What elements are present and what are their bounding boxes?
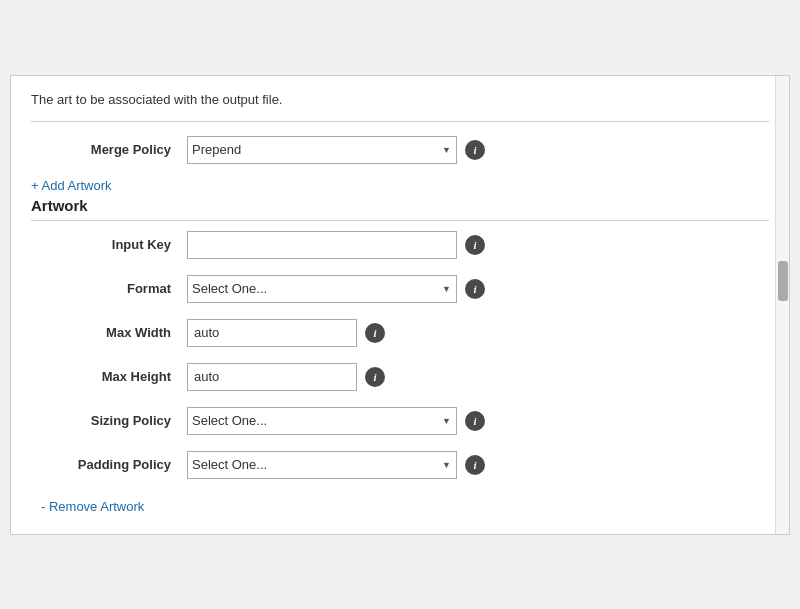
- merge-policy-info-icon[interactable]: i: [465, 140, 485, 160]
- max-height-row: Max Height i: [31, 363, 769, 391]
- sizing-policy-row: Sizing Policy Select One... Fit Fill Str…: [31, 407, 769, 435]
- form-section: Input Key i Format Select One... JPEG PN…: [31, 231, 769, 479]
- sizing-policy-select[interactable]: Select One... Fit Fill Stretch Keep: [187, 407, 457, 435]
- scrollbar-thumb[interactable]: [778, 261, 788, 301]
- max-height-label: Max Height: [41, 369, 171, 384]
- max-width-info-icon[interactable]: i: [365, 323, 385, 343]
- remove-artwork-link[interactable]: - Remove Artwork: [41, 499, 144, 514]
- sizing-policy-info-icon[interactable]: i: [465, 411, 485, 431]
- padding-policy-select[interactable]: Select One... NoPad Pad: [187, 451, 457, 479]
- add-artwork-link[interactable]: + Add Artwork: [31, 178, 112, 193]
- scrollbar-area[interactable]: [775, 76, 789, 534]
- max-height-field[interactable]: [187, 363, 357, 391]
- padding-policy-info-icon[interactable]: i: [465, 455, 485, 475]
- padding-policy-label: Padding Policy: [41, 457, 171, 472]
- merge-policy-select[interactable]: Prepend Append Replace: [187, 136, 457, 164]
- max-width-row: Max Width i: [31, 319, 769, 347]
- input-key-row: Input Key i: [31, 231, 769, 259]
- padding-policy-row: Padding Policy Select One... NoPad Pad i: [31, 451, 769, 479]
- max-height-info-icon[interactable]: i: [365, 367, 385, 387]
- max-width-label: Max Width: [41, 325, 171, 340]
- remove-artwork-area: - Remove Artwork: [31, 495, 769, 514]
- sizing-policy-label: Sizing Policy: [41, 413, 171, 428]
- padding-policy-select-wrapper: Select One... NoPad Pad: [187, 451, 457, 479]
- format-row: Format Select One... JPEG PNG GIF BMP i: [31, 275, 769, 303]
- description-text: The art to be associated with the output…: [31, 92, 769, 122]
- input-key-label: Input Key: [41, 237, 171, 252]
- sizing-policy-select-wrapper: Select One... Fit Fill Stretch Keep: [187, 407, 457, 435]
- main-panel: The art to be associated with the output…: [10, 75, 790, 535]
- format-label: Format: [41, 281, 171, 296]
- section-title: Artwork: [31, 197, 769, 221]
- merge-policy-wrapper: Prepend Append Replace: [187, 136, 457, 164]
- format-info-icon[interactable]: i: [465, 279, 485, 299]
- merge-policy-row: Merge Policy Prepend Append Replace i: [31, 136, 769, 164]
- input-key-field[interactable]: [187, 231, 457, 259]
- format-select-wrapper: Select One... JPEG PNG GIF BMP: [187, 275, 457, 303]
- merge-policy-label: Merge Policy: [41, 142, 171, 157]
- format-select[interactable]: Select One... JPEG PNG GIF BMP: [187, 275, 457, 303]
- input-key-info-icon[interactable]: i: [465, 235, 485, 255]
- add-artwork-area: + Add Artwork: [31, 178, 769, 197]
- max-width-field[interactable]: [187, 319, 357, 347]
